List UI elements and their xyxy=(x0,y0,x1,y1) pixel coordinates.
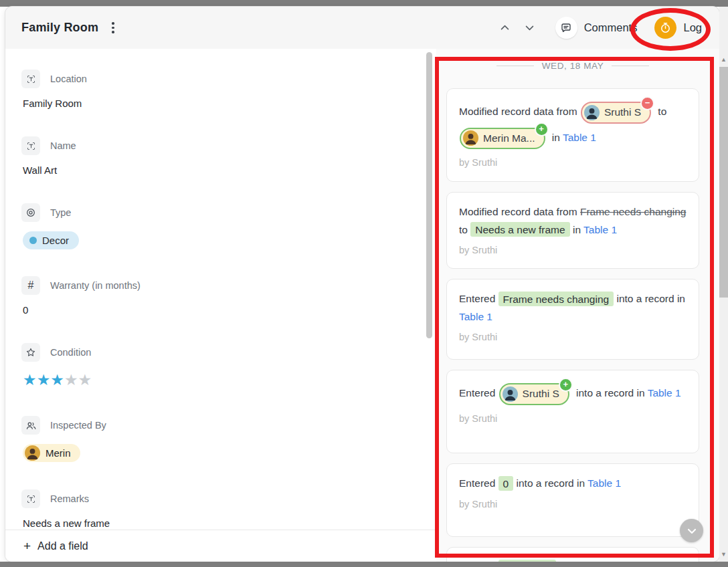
record-menu-button[interactable] xyxy=(109,19,117,36)
field-value-condition[interactable]: ★★★★★ xyxy=(21,371,410,389)
screenshot-frame: Family Room Comments xyxy=(0,0,728,567)
log-entries-list: Modified record data from Sruthi S− to M… xyxy=(446,88,719,562)
log-text-segment: into a record in xyxy=(573,387,648,399)
log-text-segment: Modified record data from xyxy=(459,206,580,217)
field-header-name: Name xyxy=(21,136,410,155)
log-entry-card: Entered 0 into a record in Table 1by Sru… xyxy=(446,463,699,537)
page-scrollbar[interactable]: ▲ ▼ xyxy=(719,7,728,562)
field-value-inspected-by[interactable]: Merin xyxy=(21,444,410,463)
collaborator-icon xyxy=(21,416,40,435)
star-rating[interactable]: ★★★★★ xyxy=(23,376,92,387)
single-select-icon xyxy=(21,203,40,222)
log-text-segment: in xyxy=(549,132,563,143)
chevron-down-icon xyxy=(685,524,699,538)
log-entry-card: Modified record data from Sruthi S− to M… xyxy=(446,88,699,182)
plus-icon: + xyxy=(23,540,31,552)
select-option-pill: Decor xyxy=(23,231,79,249)
log-text-segment: into a record in xyxy=(614,293,685,304)
comments-button[interactable]: Comments xyxy=(555,17,638,39)
collaborator-name: Merin Ma... xyxy=(483,130,535,148)
field-label-remarks: Remarks xyxy=(50,493,89,504)
log-text-segment: Entered xyxy=(459,387,498,399)
log-entry-author: by Sruthi xyxy=(459,332,687,342)
collaborator-name: Merin xyxy=(46,447,71,459)
field-type: TypeDecor xyxy=(21,203,410,249)
log-entry-text: Modified record data from Frame needs ch… xyxy=(459,203,687,239)
table-link[interactable]: Table 1 xyxy=(459,311,492,322)
field-header-inspected-by: Inspected By xyxy=(21,416,410,435)
add-field-label: Add a field xyxy=(37,540,88,552)
log-entry-author: by Sruthi xyxy=(459,245,687,255)
collaborator-name: Sruthi S xyxy=(604,104,641,122)
plus-badge-icon: + xyxy=(559,378,573,392)
chevron-down-icon xyxy=(524,22,535,33)
field-value-warranty[interactable]: 0 xyxy=(21,304,410,316)
record-fields-panel: LocationFamily RoomNameWall ArtTypeDecor… xyxy=(5,49,436,562)
field-label-condition: Condition xyxy=(50,347,91,358)
log-text-segment: to xyxy=(655,106,666,117)
merin-avatar xyxy=(463,130,478,146)
comment-bubble-icon xyxy=(555,17,577,39)
number-icon: # xyxy=(21,276,40,295)
field-label-location: Location xyxy=(50,74,87,84)
table-link[interactable]: Table 1 xyxy=(563,132,596,143)
top-frame-bar xyxy=(0,0,728,7)
minus-badge-icon: − xyxy=(640,96,654,110)
value-highlight: Needs a new frame xyxy=(470,222,569,237)
date-rule-right xyxy=(612,66,649,66)
scroll-down-button[interactable] xyxy=(680,519,703,542)
field-value-type[interactable]: Decor xyxy=(21,231,410,249)
modal-header: Family Room Comments xyxy=(5,7,719,49)
field-condition: Condition★★★★★ xyxy=(21,343,410,389)
log-entry-text: Entered Sruthi S+ into a record in Table… xyxy=(459,381,687,407)
fields-scrollbar-thumb[interactable] xyxy=(426,52,432,338)
table-link[interactable]: Table 1 xyxy=(583,224,617,235)
star-filled-icon: ★ xyxy=(23,371,37,388)
record-modal: Family Room Comments xyxy=(5,7,719,562)
star-empty-icon: ★ xyxy=(64,371,78,388)
log-button[interactable]: Log xyxy=(654,17,702,39)
field-location: LocationFamily Room xyxy=(21,70,410,110)
rating-icon xyxy=(21,343,40,362)
star-filled-icon: ★ xyxy=(50,371,64,388)
star-filled-icon: ★ xyxy=(37,371,51,388)
log-text-segment: Modified record data from xyxy=(459,106,580,117)
scrollbar-up-arrow[interactable]: ▲ xyxy=(719,55,728,64)
fields-list: LocationFamily RoomNameWall ArtTypeDecor… xyxy=(5,49,436,530)
add-field-button[interactable]: + Add a field xyxy=(5,530,436,562)
field-header-type: Type xyxy=(21,203,410,222)
log-entry-author: by Sruthi xyxy=(459,413,687,424)
bottom-frame-bar xyxy=(0,562,728,567)
previous-record-button[interactable] xyxy=(499,22,511,33)
scrollbar-down-arrow[interactable]: ▼ xyxy=(719,550,728,559)
log-text-segment: in xyxy=(570,224,583,235)
field-header-location: Location xyxy=(21,70,410,88)
collaborator-pill-added: Merin Ma...+ xyxy=(460,128,545,150)
scrollbar-thumb[interactable] xyxy=(719,67,728,298)
merin-avatar xyxy=(25,445,40,461)
comments-label: Comments xyxy=(584,21,638,34)
log-entry-card: Entered ★★★★★ 3 into a record in by Srut… xyxy=(446,547,699,562)
text-field-icon xyxy=(21,489,40,508)
removed-value-text: Frame needs changing xyxy=(580,206,687,217)
next-record-button[interactable] xyxy=(524,22,535,33)
field-value-location[interactable]: Family Room xyxy=(21,98,410,110)
log-entry-card: Modified record data from Frame needs ch… xyxy=(446,192,699,269)
option-color-dot xyxy=(29,237,37,244)
plus-badge-icon: + xyxy=(535,122,549,136)
field-value-name[interactable]: Wall Art xyxy=(21,164,410,177)
sruthi-avatar xyxy=(584,105,600,120)
log-entry-author: by Sruthi xyxy=(459,157,687,168)
field-label-warranty: Warranty (in months) xyxy=(50,280,141,291)
collaborator-pill: Merin xyxy=(23,444,80,462)
page-title: Family Room xyxy=(21,21,98,35)
table-link[interactable]: Table 1 xyxy=(587,477,621,489)
table-link[interactable]: Table 1 xyxy=(648,387,681,399)
field-value-remarks[interactable]: Needs a new frame xyxy=(21,518,410,530)
field-label-name: Name xyxy=(50,140,76,151)
log-entry-text: Modified record data from Sruthi S− to M… xyxy=(459,100,687,151)
collaborator-pill-added: Sruthi S+ xyxy=(499,383,569,405)
sruthi-avatar xyxy=(503,386,518,402)
activity-log-panel: WED, 18 MAY Modified record data from Sr… xyxy=(436,49,719,562)
field-name: NameWall Art xyxy=(21,136,410,177)
